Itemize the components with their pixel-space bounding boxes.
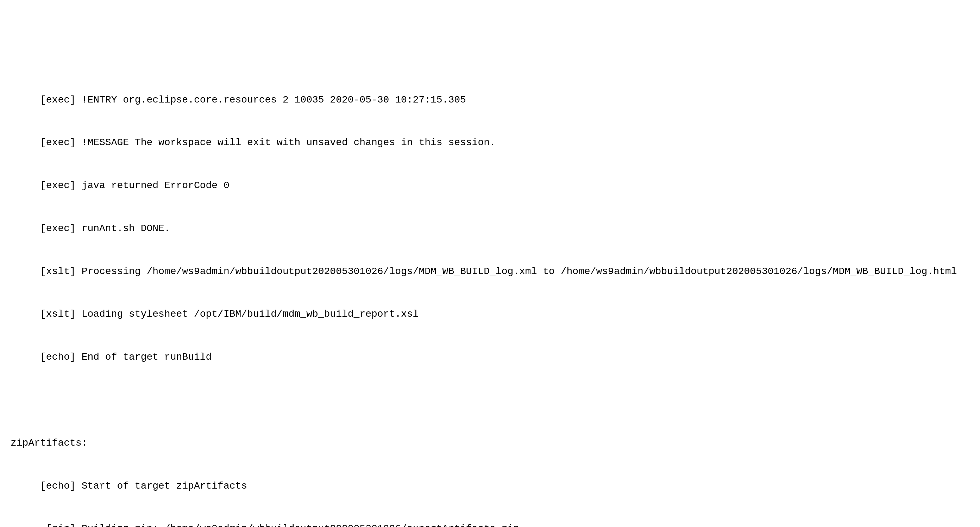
terminal-line: [echo] End of target runBuild <box>11 350 969 365</box>
terminal-line: [exec] runAnt.sh DONE. <box>11 222 969 236</box>
terminal-line-blank <box>11 393 969 407</box>
terminal-line: [exec] !ENTRY org.eclipse.core.resources… <box>11 93 969 107</box>
terminal-line: [exec] java returned ErrorCode 0 <box>11 179 969 193</box>
terminal-line-xslt: [xslt] Processing /home/ws9admin/wbbuild… <box>11 265 969 279</box>
terminal-output: [exec] !ENTRY org.eclipse.core.resources… <box>11 64 969 527</box>
terminal-line: [exec] !MESSAGE The workspace will exit … <box>11 136 969 150</box>
terminal-line: [zip] Building zip: /home/ws9admin/wbbui… <box>11 522 969 527</box>
terminal-target-zip: zipArtifacts: <box>11 436 969 450</box>
terminal-line: [echo] Start of target zipArtifacts <box>11 479 969 493</box>
terminal-line: [xslt] Loading stylesheet /opt/IBM/build… <box>11 307 969 322</box>
